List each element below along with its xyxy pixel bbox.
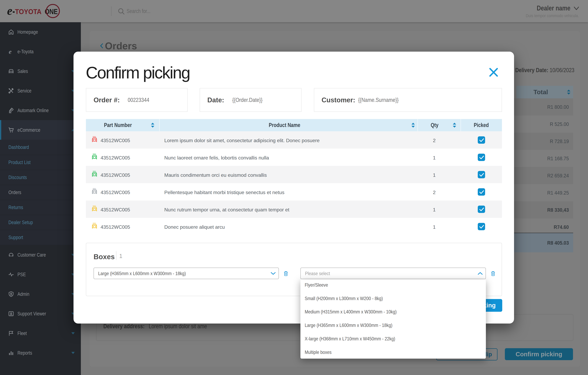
- svg-text:0001: 0001: [93, 136, 96, 137]
- svg-text:0001: 0001: [93, 188, 96, 189]
- svg-text:0001: 0001: [93, 205, 96, 207]
- svg-text:0001: 0001: [93, 171, 96, 172]
- svg-text:0001: 0001: [93, 223, 96, 224]
- svg-text:TOYOTA: TOYOTA: [15, 8, 42, 16]
- svg-text:e: e: [7, 4, 12, 17]
- svg-text:e: e: [9, 48, 11, 55]
- svg-text:0001: 0001: [93, 153, 96, 155]
